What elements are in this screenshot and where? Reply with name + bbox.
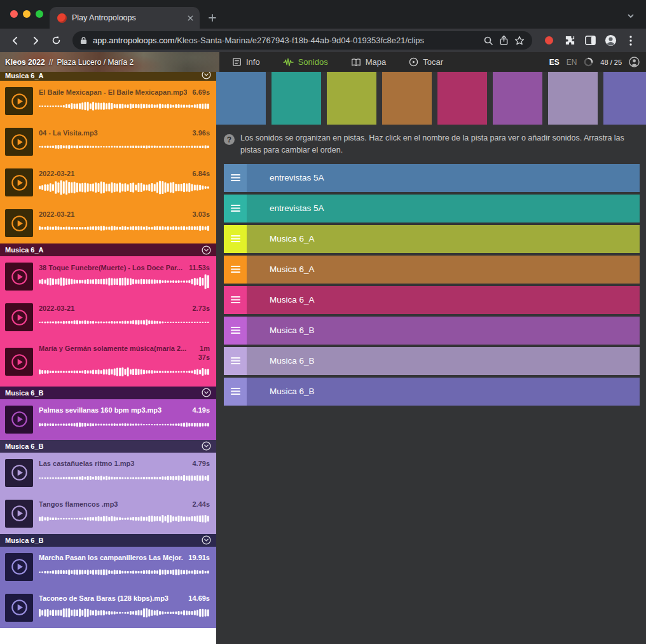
- address-bar[interactable]: app.antropoloops.com/Kleos-Santa-Marina/…: [72, 31, 532, 50]
- browser-menu-kebab-icon[interactable]: [622, 32, 640, 50]
- tab-sonidos[interactable]: Sonidos: [283, 57, 328, 67]
- clip-play-button[interactable]: [5, 459, 33, 487]
- drag-handle[interactable]: [224, 378, 247, 406]
- track-bar[interactable]: Musica 6_A: [247, 225, 640, 253]
- drag-handle[interactable]: [224, 164, 247, 192]
- chevron-down-circle-icon[interactable]: [202, 388, 211, 397]
- track-row[interactable]: entrevistas 5A: [224, 164, 640, 192]
- track-row[interactable]: Musica 6_B: [224, 378, 640, 406]
- track-section-header[interactable]: Musica 6_B: [0, 440, 216, 453]
- clip-play-button[interactable]: [5, 263, 33, 291]
- track-column[interactable]: [603, 72, 646, 125]
- clip-play-button[interactable]: [5, 553, 33, 581]
- account-icon[interactable]: [629, 57, 640, 67]
- track-section-header[interactable]: Musica 6_B: [0, 387, 216, 399]
- chevron-down-circle-icon[interactable]: [202, 72, 211, 79]
- clip-row[interactable]: 04 - La Visita.mp33.96s: [0, 121, 216, 162]
- drag-handle[interactable]: [224, 317, 247, 345]
- clip-row[interactable]: 2022-03-212.73s: [0, 297, 216, 338]
- track-bar[interactable]: entrevistas 5A: [247, 195, 640, 223]
- clip-row[interactable]: Las castañuelas ritmo 1.mp34.79s: [0, 453, 216, 493]
- track-column[interactable]: [216, 72, 266, 125]
- clip-row[interactable]: Taconeo de Sara Baras (128 kbps).mp314.6…: [0, 587, 216, 628]
- track-label: Musica 6_A: [270, 264, 315, 274]
- track-bar[interactable]: entrevistas 5A: [247, 164, 640, 192]
- reload-icon[interactable]: [47, 32, 65, 50]
- browser-tab[interactable]: Play Antropoloops: [50, 7, 200, 29]
- fullscreen-window-button[interactable]: [36, 10, 43, 18]
- clip-row[interactable]: 38 Toque Funebre(Muerte) - Los Doce Par.…: [0, 256, 216, 297]
- track-bar[interactable]: Musica 6_A: [247, 256, 640, 284]
- clip-play-button[interactable]: [5, 209, 33, 237]
- bookmark-star-icon[interactable]: [514, 36, 525, 46]
- tab-mapa[interactable]: Mapa: [351, 57, 387, 67]
- close-window-button[interactable]: [10, 10, 18, 18]
- clip-play-button[interactable]: [5, 303, 33, 331]
- chevron-down-circle-icon[interactable]: [202, 535, 211, 545]
- track-bar[interactable]: Musica 6_A: [247, 286, 640, 314]
- drag-handle[interactable]: [224, 347, 247, 375]
- track-section-header[interactable]: Musica 6_A: [0, 243, 216, 256]
- clip-row[interactable]: Marcha Pasan los campanilleros Las Mejor…: [0, 547, 216, 587]
- track-column[interactable]: [493, 72, 542, 125]
- forward-icon[interactable]: [27, 32, 45, 50]
- share-icon[interactable]: [499, 35, 509, 46]
- track-column[interactable]: [382, 72, 432, 125]
- track-bar[interactable]: Musica 6_B: [247, 347, 640, 375]
- tab-search-chevron-icon[interactable]: [622, 7, 640, 25]
- chevron-down-circle-icon[interactable]: [202, 441, 211, 451]
- back-icon[interactable]: [6, 32, 24, 50]
- lang-es[interactable]: ES: [549, 58, 560, 67]
- clip-row[interactable]: Tangos flamencos .mp32.44s: [0, 493, 216, 534]
- track-row[interactable]: Musica 6_A: [224, 286, 640, 314]
- track-bar[interactable]: Musica 6_B: [247, 378, 640, 406]
- tab-title: Play Antropoloops: [72, 13, 181, 22]
- track-section-header[interactable]: Musica 6_A: [0, 72, 216, 81]
- new-tab-button[interactable]: [203, 9, 221, 27]
- track-row[interactable]: Musica 6_A: [224, 225, 640, 253]
- breadcrumb-path[interactable]: Plaza Lucero / María 2: [57, 58, 134, 67]
- tracks-list: entrevistas 5Aentrevistas 5AMusica 6_AMu…: [224, 164, 640, 406]
- clip-row[interactable]: El Baile Mexicapan - El Baile Mexicapan.…: [0, 81, 216, 121]
- clip-row[interactable]: María y Germán solamente música(maría 2.…: [0, 338, 216, 387]
- track-row[interactable]: Musica 6_B: [224, 317, 640, 345]
- track-column[interactable]: [548, 72, 598, 125]
- lock-icon[interactable]: [80, 36, 87, 45]
- drag-handle[interactable]: [224, 286, 247, 314]
- clip-play-button[interactable]: [5, 594, 33, 622]
- profile-avatar-icon[interactable]: [601, 32, 619, 50]
- drag-handle[interactable]: [224, 256, 247, 284]
- track-row[interactable]: Musica 6_A: [224, 256, 640, 284]
- clip-row[interactable]: 2022-03-216.84s: [0, 162, 216, 203]
- track-section-header[interactable]: Musica 6_B: [0, 534, 216, 547]
- tab-tocar[interactable]: Tocar: [409, 57, 443, 67]
- minimize-window-button[interactable]: [23, 10, 31, 18]
- clip-duration: 4.79s: [192, 459, 210, 468]
- clip-title-row: Palmas sevillanas 160 bpm mp3.mp34.19s: [39, 406, 210, 414]
- track-column[interactable]: [437, 72, 487, 125]
- track-column[interactable]: [271, 72, 321, 125]
- extensions-puzzle-icon[interactable]: [561, 32, 579, 50]
- clip-play-button[interactable]: [5, 500, 33, 528]
- clip-play-button[interactable]: [5, 348, 33, 376]
- clip-row[interactable]: Palmas sevillanas 160 bpm mp3.mp34.19s: [0, 399, 216, 440]
- zoom-icon[interactable]: [483, 36, 493, 46]
- breadcrumb-project[interactable]: Kleos 2022: [5, 58, 45, 67]
- recording-indicator-icon[interactable]: [545, 36, 553, 45]
- clip-play-button[interactable]: [5, 128, 33, 156]
- tab-info[interactable]: Info: [232, 57, 260, 67]
- track-bar[interactable]: Musica 6_B: [247, 317, 640, 345]
- drag-handle[interactable]: [224, 225, 247, 253]
- clip-row[interactable]: 2022-03-213.03s: [0, 203, 216, 243]
- lang-en[interactable]: EN: [567, 58, 577, 67]
- clip-play-button[interactable]: [5, 168, 33, 196]
- clip-play-button[interactable]: [5, 87, 33, 115]
- track-column[interactable]: [327, 72, 376, 125]
- track-row[interactable]: Musica 6_B: [224, 347, 640, 375]
- chevron-down-circle-icon[interactable]: [202, 245, 211, 255]
- tab-close-icon[interactable]: [186, 14, 195, 22]
- side-panel-icon[interactable]: [581, 32, 599, 50]
- track-row[interactable]: entrevistas 5A: [224, 195, 640, 223]
- clip-play-button[interactable]: [5, 406, 33, 434]
- drag-handle[interactable]: [224, 195, 247, 223]
